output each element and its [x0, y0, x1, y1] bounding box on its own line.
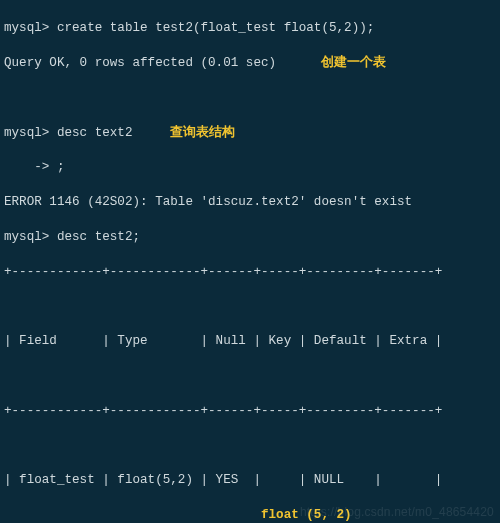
term-line	[4, 298, 496, 315]
term-line: | Field | Type | Null | Key | Default | …	[4, 333, 496, 350]
term-line	[4, 437, 496, 454]
term-line: mysql> desc text2 查询表结构	[4, 125, 496, 142]
term-line: Query OK, 0 rows affected (0.01 sec) 创建一…	[4, 55, 496, 72]
term-line: ERROR 1146 (42S02): Table 'discuz.text2'…	[4, 194, 496, 211]
term-line: | float_test | float(5,2) | YES | | NULL…	[4, 472, 496, 489]
anno-create-table: 创建一个表	[321, 56, 386, 70]
term-line: mysql> create table test2(float_test flo…	[4, 20, 496, 37]
term-line: mysql> desc test2;	[4, 229, 496, 246]
watermark: https://blog.csdn.net/m0_48654420	[300, 504, 494, 521]
term-line: -> ;	[4, 159, 496, 176]
terminal[interactable]: mysql> create table test2(float_test flo…	[0, 0, 500, 523]
anno-desc-struct: 查询表结构	[170, 126, 235, 140]
term-line	[4, 368, 496, 385]
term-line	[4, 90, 496, 107]
term-line: +------------+------------+------+-----+…	[4, 264, 496, 281]
term-line: +------------+------------+------+-----+…	[4, 403, 496, 420]
